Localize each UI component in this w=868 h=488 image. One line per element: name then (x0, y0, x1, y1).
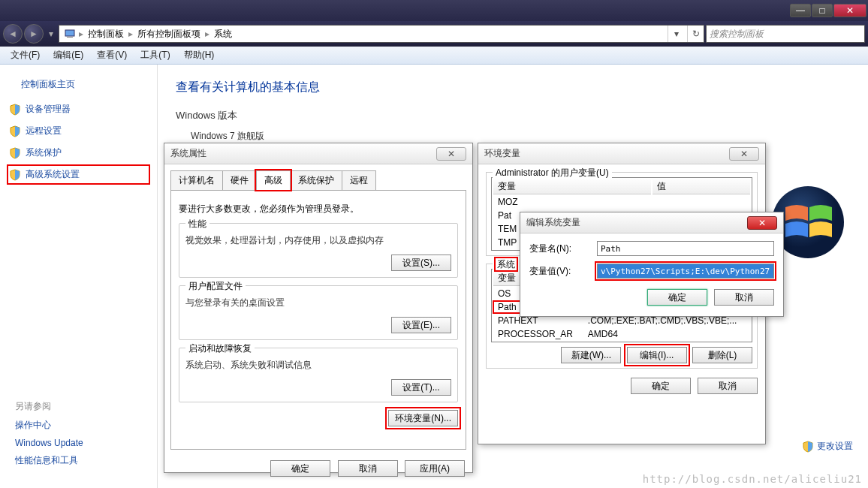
address-dropdown[interactable]: ▾ (668, 26, 684, 42)
svg-rect-0 (65, 30, 74, 36)
var-value-input[interactable] (597, 264, 774, 279)
ok-button[interactable]: 确定 (270, 460, 330, 477)
computer-icon (64, 28, 76, 40)
nav-bar: ◄ ► ▾ ▸ 控制面板 ▸ 所有控制面板项 ▸ 系统 ▾ ↻ 搜索控制面板 (0, 21, 868, 47)
chevron-right-icon: ▸ (205, 29, 209, 39)
windows-version: Windows 7 旗舰版 (191, 130, 850, 143)
sidebar-footer: 另请参阅 操作中心 Windows Update 性能信息和工具 (15, 400, 83, 473)
group-title: 性能 (185, 218, 209, 230)
envvars-buttons: 确定 取消 (486, 376, 758, 396)
dialog-close-button[interactable]: ✕ (729, 147, 759, 161)
edit-button[interactable]: 编辑(I)... (627, 347, 687, 363)
minimize-button[interactable]: — (790, 4, 811, 17)
group-title: 用户配置文件 (185, 280, 246, 293)
col-variable[interactable]: 变量 (493, 179, 651, 194)
crumb-control-panel[interactable]: 控制面板 (86, 28, 125, 41)
chevron-right-icon: ▸ (79, 29, 83, 39)
tab-computer-name[interactable]: 计算机名 (170, 170, 223, 190)
system-label-highlighted: 系统 (496, 258, 517, 270)
shield-icon (9, 169, 21, 181)
menu-file[interactable]: 文件(F) (11, 49, 40, 62)
env-vars-button[interactable]: 环境变量(N)... (388, 410, 458, 426)
section-windows-edition: Windows 版本 (176, 109, 850, 122)
col-value[interactable]: 值 (653, 179, 750, 194)
cancel-button[interactable]: 取消 (698, 378, 758, 394)
system-vars-buttons: 新建(W)... 编辑(I)... 删除(L) (491, 347, 752, 363)
shield-icon (9, 104, 21, 116)
cancel-button[interactable]: 取消 (714, 289, 774, 306)
maximize-button[interactable]: □ (812, 4, 833, 17)
maximize-icon: □ (819, 5, 824, 16)
window-titlebar: — □ ✕ (0, 0, 868, 21)
editvar-buttons: 确定 取消 (520, 286, 783, 309)
dialog-close-button[interactable]: ✕ (436, 147, 466, 161)
refresh-button[interactable]: ↻ (687, 26, 704, 42)
sidebar-item-remote[interactable]: 远程设置 (8, 122, 149, 140)
link-perf-info[interactable]: 性能信息和工具 (15, 454, 83, 467)
tab-hardware[interactable]: 硬件 (222, 170, 257, 190)
change-settings-label: 更改设置 (817, 440, 853, 453)
menu-tools[interactable]: 工具(T) (140, 49, 170, 62)
search-input[interactable]: 搜索控制面板 (706, 25, 865, 43)
cancel-button[interactable]: 取消 (338, 460, 398, 477)
perf-settings-button[interactable]: 设置(S)... (391, 255, 451, 271)
dialog-title: 环境变量 (484, 147, 729, 160)
group-desc: 与您登录有关的桌面设置 (185, 297, 451, 309)
tab-remote[interactable]: 远程 (342, 170, 376, 190)
admin-warning: 要进行大多数更改，您必须作为管理员登录。 (179, 203, 458, 215)
ok-button[interactable]: 确定 (631, 378, 691, 394)
search-placeholder: 搜索控制面板 (710, 28, 764, 41)
group-title: Administrator 的用户变量(U) (493, 167, 612, 179)
dialog-close-button[interactable]: ✕ (747, 216, 777, 230)
page-title: 查看有关计算机的基本信息 (176, 80, 850, 95)
minimize-icon: — (796, 5, 805, 16)
close-button[interactable]: ✕ (833, 4, 866, 17)
var-value-row: 变量值(V): (529, 264, 774, 279)
history-dropdown[interactable]: ▾ (45, 29, 57, 39)
sysprops-titlebar[interactable]: 系统属性 ✕ (164, 143, 472, 164)
var-name-row: 变量名(N): (529, 241, 774, 256)
startup-settings-button[interactable]: 设置(T)... (391, 379, 451, 396)
sysprops-buttons: 确定 取消 应用(A) (164, 456, 472, 481)
sidebar-heading[interactable]: 控制面板主页 (21, 78, 149, 91)
table-row[interactable]: PROCESSOR_ARAMD64 (493, 328, 750, 340)
sidebar-item-device-manager[interactable]: 设备管理器 (8, 100, 149, 119)
group-title: 系统 (493, 258, 520, 271)
forward-button[interactable]: ► (24, 24, 44, 44)
dialog-title: 系统属性 (170, 147, 436, 160)
sidebar-item-advanced[interactable]: 高级系统设置 (8, 165, 149, 184)
change-settings-link[interactable]: 更改设置 (802, 440, 853, 453)
var-name-input[interactable] (597, 241, 774, 256)
profile-settings-button[interactable]: 设置(E)... (391, 317, 451, 333)
group-title: 启动和故障恢复 (185, 342, 255, 355)
tab-protection[interactable]: 系统保护 (290, 170, 342, 190)
table-row[interactable]: MOZ (493, 196, 750, 208)
menu-help[interactable]: 帮助(H) (184, 49, 215, 62)
envvars-titlebar[interactable]: 环境变量 ✕ (478, 143, 765, 164)
menu-edit[interactable]: 编辑(E) (53, 49, 83, 62)
editvar-titlebar[interactable]: 编辑系统变量 ✕ (520, 212, 783, 233)
var-name-label: 变量名(N): (529, 242, 589, 255)
ok-button[interactable]: 确定 (647, 289, 707, 306)
sysprops-tabs: 计算机名 硬件 高级 系统保护 远程 (170, 170, 466, 190)
back-button[interactable]: ◄ (3, 24, 23, 44)
chevron-right-icon: ▸ (128, 29, 133, 39)
dialog-title: 编辑系统变量 (526, 216, 747, 229)
delete-button[interactable]: 删除(L) (692, 347, 752, 363)
menu-view[interactable]: 查看(V) (97, 49, 127, 62)
new-button[interactable]: 新建(W)... (561, 347, 621, 363)
crumb-all-items[interactable]: 所有控制面板项 (136, 28, 202, 41)
shield-icon (9, 147, 21, 159)
link-windows-update[interactable]: Windows Update (15, 438, 83, 448)
sidebar-item-label: 系统保护 (26, 146, 62, 159)
address-bar[interactable]: ▸ 控制面板 ▸ 所有控制面板项 ▸ 系统 ▾ ↻ (59, 25, 704, 43)
var-value-label: 变量值(V): (529, 265, 589, 278)
shield-icon (9, 125, 21, 137)
tab-advanced[interactable]: 高级 (256, 170, 291, 190)
crumb-system[interactable]: 系统 (212, 28, 234, 41)
apply-button[interactable]: 应用(A) (405, 460, 465, 477)
group-user-profile: 用户配置文件 与您登录有关的桌面设置 设置(E)... (179, 285, 458, 340)
group-startup-recovery: 启动和故障恢复 系统启动、系统失败和调试信息 设置(T)... (179, 348, 458, 402)
sidebar-item-protection[interactable]: 系统保护 (8, 143, 149, 162)
link-action-center[interactable]: 操作中心 (15, 419, 83, 432)
